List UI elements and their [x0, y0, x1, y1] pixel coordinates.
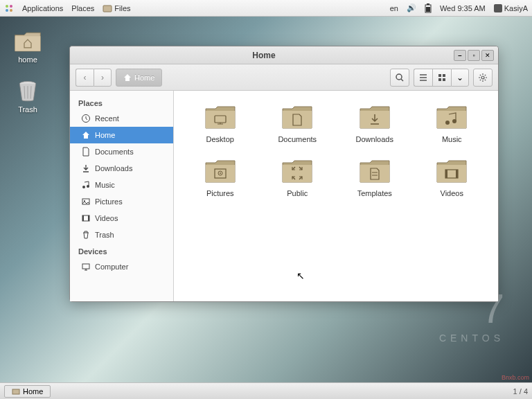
picture-icon — [81, 197, 91, 206]
applications-menu[interactable]: Applications — [22, 4, 63, 12]
svg-rect-43 — [12, 389, 19, 394]
sidebar: Places RecentHomeDocumentsDownloadsMusic… — [70, 91, 174, 301]
sidebar-item-downloads[interactable]: Downloads — [70, 160, 173, 177]
files-app-icon[interactable]: Files — [103, 3, 130, 13]
folder-icon — [435, 102, 468, 131]
folder-videos[interactable]: Videos — [417, 156, 488, 197]
svg-rect-41 — [445, 170, 447, 178]
folder-label: Music — [442, 135, 462, 143]
sidebar-item-label: Music — [95, 181, 115, 189]
sidebar-item-home[interactable]: Home — [70, 127, 173, 143]
sidebar-places-heading: Places — [70, 95, 173, 110]
folder-label: Templates — [357, 189, 392, 197]
path-home-button[interactable]: Home — [116, 69, 162, 87]
folder-label: Documents — [278, 135, 317, 143]
svg-rect-26 — [82, 199, 89, 204]
volume-icon[interactable]: 🔊 — [407, 3, 416, 12]
battery-icon[interactable] — [425, 3, 432, 13]
sidebar-item-trash[interactable]: Trash — [70, 227, 173, 243]
forward-button[interactable]: › — [94, 69, 112, 87]
folder-documents[interactable]: Documents — [263, 102, 333, 143]
svg-point-33 — [445, 121, 450, 125]
document-icon — [81, 147, 91, 157]
centos-name: CENTOS — [439, 332, 504, 344]
close-button[interactable]: ✕ — [481, 50, 494, 61]
folder-icon — [281, 156, 314, 185]
folder-label: Public — [287, 189, 308, 197]
svg-rect-31 — [82, 264, 89, 269]
folder-templates[interactable]: Templates — [339, 156, 410, 197]
folder-icon — [204, 156, 237, 185]
svg-point-13 — [396, 74, 402, 80]
clock[interactable]: Wed 9:35 AM — [440, 4, 486, 12]
folder-icon — [358, 156, 391, 185]
file-manager-window: Home ‒ ▫ ✕ ‹ › Home ⌄ Places RecentHomeD… — [69, 46, 499, 302]
folder-pictures[interactable]: Pictures — [185, 156, 256, 197]
folder-label: Desktop — [206, 135, 234, 143]
svg-rect-7 — [426, 7, 430, 12]
svg-line-14 — [401, 79, 403, 81]
sidebar-item-computer[interactable]: Computer — [70, 258, 173, 275]
settings-button[interactable] — [473, 69, 493, 87]
places-menu[interactable]: Places — [71, 4, 94, 12]
minimize-button[interactable]: ‒ — [454, 50, 466, 61]
sidebar-item-label: Pictures — [95, 197, 123, 206]
grid-icon — [437, 73, 447, 82]
desktop-trash-icon[interactable]: Trash — [14, 78, 42, 114]
search-button[interactable] — [390, 69, 409, 87]
sidebar-item-label: Recent — [95, 114, 119, 123]
bottom-panel: Home 1 / 4 — [0, 382, 532, 399]
chevron-down-icon: ⌄ — [456, 73, 463, 82]
sidebar-item-label: Home — [95, 131, 115, 139]
svg-rect-29 — [82, 215, 84, 221]
folder-icon — [281, 102, 314, 131]
sidebar-item-pictures[interactable]: Pictures — [70, 193, 173, 210]
desktop-trash-label: Trash — [18, 105, 37, 114]
file-grid: Desktop Documents Downloads Music Pictur… — [174, 91, 498, 301]
desktop-home-icon[interactable]: home — [14, 28, 42, 64]
view-dropdown-button[interactable]: ⌄ — [451, 69, 469, 87]
sidebar-item-music[interactable]: Music — [70, 177, 173, 193]
view-grid-button[interactable] — [432, 69, 451, 87]
titlebar[interactable]: Home ‒ ▫ ✕ — [70, 46, 498, 64]
list-icon — [418, 73, 428, 82]
music-icon — [81, 180, 91, 190]
folder-label: Downloads — [356, 135, 393, 143]
window-title: Home — [74, 51, 454, 60]
view-list-button[interactable] — [414, 69, 432, 87]
svg-point-24 — [82, 186, 85, 188]
top-panel: Applications Places Files en 🔊 Wed 9:35 … — [0, 0, 532, 17]
home-icon — [81, 130, 91, 140]
svg-point-2 — [6, 9, 8, 12]
folder-desktop[interactable]: Desktop — [185, 102, 256, 143]
folder-music[interactable]: Music — [417, 102, 488, 143]
sidebar-item-documents[interactable]: Documents — [70, 143, 173, 160]
svg-rect-4 — [103, 6, 112, 12]
distro-icon — [4, 3, 14, 13]
computer-icon — [81, 262, 91, 272]
search-icon — [395, 73, 405, 82]
svg-point-37 — [220, 172, 221, 174]
video-icon — [81, 213, 91, 223]
svg-rect-42 — [456, 170, 458, 178]
folder-icon — [435, 156, 468, 185]
toolbar: ‹ › Home ⌄ — [70, 64, 498, 91]
folder-downloads[interactable]: Downloads — [339, 102, 410, 143]
sidebar-item-label: Computer — [95, 263, 128, 271]
sidebar-item-recent[interactable]: Recent — [70, 110, 173, 127]
svg-rect-8 — [494, 4, 502, 12]
sidebar-item-label: Documents — [95, 148, 134, 156]
sidebar-item-label: Videos — [95, 214, 118, 222]
back-button[interactable]: ‹ — [76, 69, 94, 87]
sidebar-item-videos[interactable]: Videos — [70, 210, 173, 227]
language-indicator[interactable]: en — [390, 4, 398, 12]
folder-public[interactable]: Public — [263, 156, 333, 197]
workspace-indicator[interactable]: 1 / 4 — [513, 387, 528, 396]
folder-label: Pictures — [206, 189, 234, 197]
folder-icon — [358, 102, 391, 131]
maximize-button[interactable]: ▫ — [468, 50, 480, 61]
user-menu[interactable]: KasiyA — [494, 4, 528, 12]
sidebar-item-label: Downloads — [95, 164, 132, 172]
taskbar-window-button[interactable]: Home — [4, 385, 51, 398]
svg-rect-6 — [427, 3, 429, 5]
